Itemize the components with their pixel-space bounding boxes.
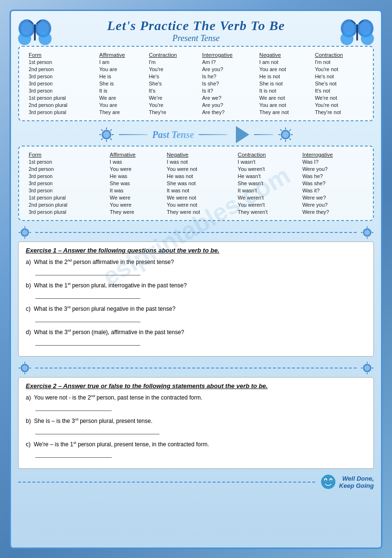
table-cell: 3rd person bbox=[26, 187, 107, 194]
ex1-q-c: c) What is the 3rd person plural negativ… bbox=[26, 305, 366, 322]
table-cell: Was it? bbox=[300, 187, 366, 194]
header: Let's Practice The Verb To Be Present Te… bbox=[18, 18, 374, 43]
table-cell: We were bbox=[107, 194, 164, 201]
sun-bottom-right-icon bbox=[360, 226, 374, 239]
table-cell: Are they? bbox=[200, 108, 257, 116]
table-cell: 1st person plural bbox=[26, 94, 97, 101]
sun-bottom-left-icon bbox=[18, 226, 32, 239]
past-col-form: Form bbox=[26, 151, 107, 158]
table-cell: Are we? bbox=[200, 94, 257, 101]
col-contraction1: Contraction bbox=[147, 52, 200, 58]
sun-right-icon bbox=[278, 127, 293, 142]
svg-line-27 bbox=[101, 138, 103, 140]
table-cell: She wasn't bbox=[235, 179, 300, 187]
table-cell: They were bbox=[107, 208, 164, 215]
ex1-answer-b[interactable] bbox=[35, 291, 140, 299]
table-cell: 1st person plural bbox=[26, 194, 107, 201]
table-row: 3rd personShe wasShe was notShe wasn'tWa… bbox=[26, 179, 366, 187]
svg-point-6 bbox=[37, 22, 49, 35]
ex1-answer-c[interactable] bbox=[35, 315, 140, 322]
table-cell: I'm bbox=[147, 58, 200, 65]
table-row: 3rd person pluralThey wereThey were notT… bbox=[26, 208, 366, 215]
table-cell: Is he? bbox=[200, 73, 257, 80]
table-row: 3rd person pluralThey areThey'reAre they… bbox=[26, 108, 366, 116]
svg-line-26 bbox=[110, 129, 112, 131]
exercise1-section: Exercise 1 – Answer the following questi… bbox=[18, 242, 374, 357]
col-negative: Negative bbox=[257, 52, 312, 58]
past-col-contraction: Contraction bbox=[235, 151, 300, 158]
table-cell: Were you? bbox=[300, 165, 366, 172]
table-cell: You're not bbox=[312, 101, 366, 108]
past-tense-bar: Past Tense bbox=[18, 126, 374, 143]
past-tense-table: Form Affirmative Negative Contraction In… bbox=[26, 151, 366, 215]
col-affirmative: Affirmative bbox=[97, 52, 147, 58]
table-cell: 3rd person bbox=[26, 87, 97, 94]
table-cell: Was I? bbox=[300, 158, 366, 165]
butterfly-left-icon bbox=[18, 18, 52, 53]
smiley-icon bbox=[320, 474, 337, 490]
col-form: Form bbox=[26, 52, 97, 58]
table-cell: Was he? bbox=[300, 172, 366, 179]
table-cell: It was not bbox=[164, 187, 235, 194]
svg-point-29 bbox=[282, 131, 289, 138]
well-done-text: Well Done, Keep Going bbox=[339, 475, 374, 489]
ex2-answer-a[interactable] bbox=[35, 403, 112, 411]
sun-mid-left-icon bbox=[18, 361, 32, 375]
svg-rect-13 bbox=[356, 24, 358, 41]
svg-line-35 bbox=[289, 138, 291, 140]
table-cell: You were not bbox=[164, 165, 235, 172]
table-cell: You're bbox=[147, 65, 200, 73]
table-cell: We are not bbox=[257, 94, 312, 101]
table-row: 3rd personIt wasIt was notIt wasn'tWas i… bbox=[26, 187, 366, 194]
table-cell: Was she? bbox=[300, 179, 366, 187]
table-row: 2nd personYou areYou'reAre you?You are n… bbox=[26, 65, 366, 73]
exercise1-instruction: – Answer the following questions about t… bbox=[58, 247, 220, 254]
table-cell: Is it? bbox=[200, 87, 257, 94]
svg-point-39 bbox=[22, 230, 28, 235]
table-cell: Were they? bbox=[300, 208, 366, 215]
table-cell: Am I? bbox=[200, 58, 257, 65]
table-cell: It is not bbox=[257, 87, 312, 94]
ex1-answer-a[interactable] bbox=[35, 268, 140, 275]
past-tense-title: Past Tense bbox=[152, 129, 194, 140]
past-tense-section: Form Affirmative Negative Contraction In… bbox=[18, 146, 374, 221]
svg-point-5 bbox=[21, 22, 32, 35]
table-cell: They are not bbox=[257, 108, 312, 116]
arrow-decoration bbox=[236, 126, 249, 143]
ex1-answer-d[interactable] bbox=[35, 338, 140, 346]
svg-line-25 bbox=[110, 138, 112, 140]
table-cell: You're bbox=[147, 101, 200, 108]
table-cell: You were bbox=[107, 201, 164, 208]
ex2-q-b: b) She is – is the 3rd person plural, pr… bbox=[26, 417, 366, 434]
table-cell: 3rd person plural bbox=[26, 208, 107, 215]
table-cell: He was not bbox=[164, 172, 235, 179]
section-divider-bar bbox=[18, 226, 374, 239]
table-cell: 2nd person bbox=[26, 65, 97, 73]
ex2-answer-c[interactable] bbox=[35, 450, 112, 458]
table-cell: They're not bbox=[312, 108, 366, 116]
table-row: 1st person pluralWe wereWe were notWe we… bbox=[26, 194, 366, 201]
present-tense-section: Form Affirmative Contraction Interrogati… bbox=[18, 46, 374, 121]
table-cell: I am not bbox=[257, 58, 312, 65]
table-cell: They weren't bbox=[235, 208, 300, 215]
ex2-answer-b[interactable] bbox=[35, 427, 159, 434]
svg-line-36 bbox=[289, 129, 291, 131]
table-row: 3rd personIt isIt'sIs it?It is notIt's n… bbox=[26, 87, 366, 94]
table-cell: 3rd person bbox=[26, 179, 107, 187]
exercise2-title: Exercise 2 – Answer true or false to the… bbox=[26, 382, 366, 390]
table-cell: We are bbox=[97, 94, 147, 101]
table-cell: They're bbox=[147, 108, 200, 116]
table-row: 1st personI amI'mAm I?I am notI'm not bbox=[26, 58, 366, 65]
svg-point-51 bbox=[22, 365, 28, 371]
table-cell: It was bbox=[107, 187, 164, 194]
past-col-interrogative: Interrogative bbox=[300, 151, 366, 158]
table-cell: They are bbox=[97, 108, 147, 116]
table-cell: She was bbox=[107, 179, 164, 187]
table-row: 3rd personHe wasHe was notHe wasn'tWas h… bbox=[26, 172, 366, 179]
svg-rect-4 bbox=[34, 24, 35, 41]
svg-point-45 bbox=[364, 230, 370, 235]
butterfly-right-icon bbox=[340, 18, 374, 53]
table-row: 2nd person pluralYou areYou'reAre you?Yo… bbox=[26, 101, 366, 108]
svg-point-65 bbox=[325, 480, 327, 481]
exercise1-label: Exercise 1 bbox=[26, 247, 56, 254]
